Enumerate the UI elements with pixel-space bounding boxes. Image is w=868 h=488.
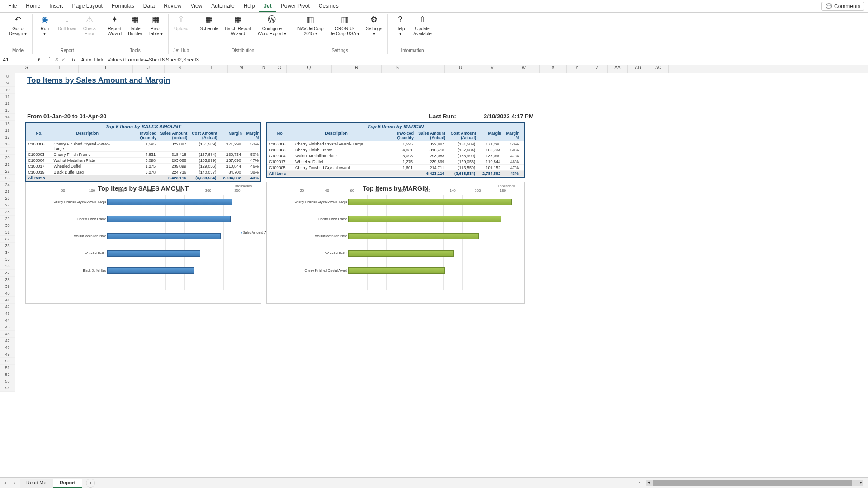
row-header-14[interactable]: 14 [0,114,15,121]
update-button[interactable]: ⇧UpdateAvailable [410,14,434,47]
confirm-icon[interactable]: ✓ [61,56,66,62]
row-header-45[interactable]: 45 [0,324,15,331]
col-header-K[interactable]: K [165,65,196,73]
row-header-27[interactable]: 27 [0,202,15,209]
table-row[interactable]: C100006Cherry Finished Crystal Award- La… [26,141,260,152]
row-header-8[interactable]: 8 [0,73,15,80]
row-header-52[interactable]: 52 [0,371,15,378]
row-header-54[interactable]: 54 [0,385,15,392]
row-header-26[interactable]: 26 [0,195,15,202]
scroll-right-icon[interactable]: ▸ [860,479,863,485]
fx-icon[interactable]: fx [69,57,79,62]
row-header-50[interactable]: 50 [0,358,15,365]
cronus-button[interactable]: ▥CRONUSJetCorp USA ▾ [327,14,363,47]
row-header-24[interactable]: 24 [0,182,15,188]
add-sheet-button[interactable]: + [86,479,95,488]
row-header-40[interactable]: 40 [0,290,15,297]
row-header-23[interactable]: 23 [0,175,15,182]
col-header-V[interactable]: V [476,65,508,73]
row-header-37[interactable]: 37 [0,270,15,277]
menu-tab-cosmos[interactable]: Cosmos [314,1,343,12]
schedule-button[interactable]: ▦Schedule [197,14,222,47]
table-row[interactable]: C100006Cherry Finished Crystal Award- La… [267,141,524,147]
row-header-35[interactable]: 35 [0,256,15,263]
row-header-11[interactable]: 11 [0,94,15,100]
menu-tab-page-layout[interactable]: Page Layout [67,1,107,12]
row-header-29[interactable]: 29 [0,216,15,222]
menu-tab-home[interactable]: Home [21,1,45,12]
table-row[interactable]: C100017Wheeled Duffel1,275239,899(129,05… [26,164,260,169]
col-header-I[interactable]: I [79,65,133,73]
tab-nav-prev[interactable]: ◂ [0,480,10,486]
row-header-18[interactable]: 18 [0,141,15,148]
batch-report-button[interactable]: ▦Batch ReportWizard [222,14,254,47]
select-all-corner[interactable] [0,65,15,73]
row-header-46[interactable]: 46 [0,331,15,338]
table-row[interactable]: C100017Wheeled Duffel1,275239,899(129,05… [267,159,524,165]
settings-button[interactable]: ⚙Settings▾ [363,14,385,47]
col-header-AC[interactable]: AC [648,65,669,73]
row-header-34[interactable]: 34 [0,249,15,256]
row-header-22[interactable]: 22 [0,168,15,175]
table-row[interactable]: C100005Cherry Finished Crystal Award1,60… [267,165,524,171]
col-header-AA[interactable]: AA [608,65,628,73]
go-to-design-button[interactable]: ↶Go toDesign ▾ [6,14,29,47]
table-row[interactable]: C100004Walnut Medallian Plate5,098293,08… [267,153,524,159]
row-header-25[interactable]: 25 [0,188,15,195]
col-header-Q[interactable]: Q [287,65,332,73]
col-header-Z[interactable]: Z [587,65,608,73]
row-header-16[interactable]: 16 [0,127,15,134]
sheet-tab-read-me[interactable]: Read Me [20,479,53,488]
menu-tab-insert[interactable]: Insert [45,1,67,12]
row-header-21[interactable]: 21 [0,161,15,168]
comments-button[interactable]: 💬 Comments [821,2,864,11]
check-error-button[interactable]: ⚠CheckError [80,14,99,47]
col-header-L[interactable]: L [196,65,228,73]
formula-input[interactable]: Auto+Hide+Values+Formulas=Sheet6,Sheet2,… [79,56,868,63]
table-row[interactable]: C100004Walnut Medallian Plate5,098293,08… [26,158,260,164]
col-header-AB[interactable]: AB [628,65,648,73]
row-header-39[interactable]: 39 [0,283,15,290]
tab-menu-icon[interactable]: ⋮ [637,480,642,486]
row-header-36[interactable]: 36 [0,263,15,270]
row-header-9[interactable]: 9 [0,80,15,87]
menu-tab-help[interactable]: Help [239,1,259,12]
help-button[interactable]: ?Help▾ [391,14,410,47]
menu-tab-automate[interactable]: Automate [207,1,239,12]
configure-word-button[interactable]: ⓌConfigureWord Export ▾ [255,14,289,47]
row-header-28[interactable]: 28 [0,209,15,216]
col-header-T[interactable]: T [413,65,445,73]
col-header-O[interactable]: O [273,65,287,73]
report-wizard-button[interactable]: ✦ReportWizard [105,14,124,47]
row-header-38[interactable]: 38 [0,277,15,283]
row-header-20[interactable]: 20 [0,155,15,161]
col-header-S[interactable]: S [382,65,413,73]
row-header-10[interactable]: 10 [0,87,15,94]
upload-button[interactable]: ⇧Upload [171,14,191,47]
col-header-Y[interactable]: Y [567,65,587,73]
row-header-42[interactable]: 42 [0,304,15,310]
horizontal-scrollbar[interactable]: ◂ ▸ [646,480,863,486]
name-box[interactable]: A1 ▾ [0,56,43,63]
menu-tab-data[interactable]: Data [139,1,159,12]
run-button[interactable]: ◉Run▾ [35,14,54,47]
col-header-U[interactable]: U [445,65,476,73]
table-row[interactable]: C100003Cherry Finish Frame4,831318,418(1… [26,152,260,158]
menu-tab-jet[interactable]: Jet [259,1,276,12]
menu-tab-file[interactable]: File [4,1,21,12]
nav-jetcorp-button[interactable]: ▥NAV JetCorp2015 ▾ [295,14,326,47]
col-header-W[interactable]: W [508,65,540,73]
row-header-48[interactable]: 48 [0,344,15,351]
pivot-table-button[interactable]: ▦PivotTable ▾ [146,14,165,47]
col-header-H[interactable]: H [38,65,79,73]
col-header-G[interactable]: G [15,65,38,73]
row-header-32[interactable]: 32 [0,236,15,243]
row-header-33[interactable]: 33 [0,243,15,249]
row-header-47[interactable]: 47 [0,338,15,344]
row-header-43[interactable]: 43 [0,310,15,317]
row-header-49[interactable]: 49 [0,351,15,358]
menu-tab-view[interactable]: View [186,1,207,12]
col-header-M[interactable]: M [228,65,255,73]
scrollbar-thumb[interactable] [653,480,852,486]
dropdown-icon[interactable]: ⋮ [47,56,52,62]
